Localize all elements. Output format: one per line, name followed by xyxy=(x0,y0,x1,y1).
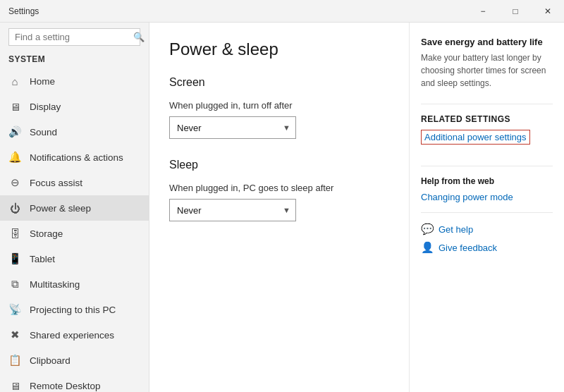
sleep-section: Sleep When plugged in, PC goes to sleep … xyxy=(169,159,389,221)
sidebar-item-label: Focus assist xyxy=(30,178,82,188)
sound-icon: 🔊 xyxy=(8,125,21,138)
app-layout: 🔍 System ⌂ Home 🖥 Display 🔊 Sound 🔔 Noti… xyxy=(0,23,564,392)
tip-title: Save energy and battery life xyxy=(421,37,553,47)
search-box[interactable]: 🔍 xyxy=(8,28,140,46)
sidebar-item-label: Clipboard xyxy=(30,355,70,366)
additional-power-settings-link[interactable]: Additional power settings xyxy=(421,130,530,145)
multitasking-icon: ⧉ xyxy=(8,278,21,290)
page-title: Power & sleep xyxy=(169,39,389,59)
sidebar-item-label: Shared experiences xyxy=(30,330,114,341)
titlebar-title: Settings xyxy=(8,6,39,16)
power-icon: ⏻ xyxy=(8,202,21,214)
get-help-link[interactable]: Get help xyxy=(439,224,473,235)
sidebar: 🔍 System ⌂ Home 🖥 Display 🔊 Sound 🔔 Noti… xyxy=(0,23,149,392)
sidebar-item-label: Projecting to this PC xyxy=(30,305,116,315)
search-input[interactable] xyxy=(15,32,133,42)
feedback-row[interactable]: 👤 Give feedback xyxy=(421,241,553,254)
focus-icon: ⊖ xyxy=(8,176,21,189)
get-help-icon: 💬 xyxy=(421,223,434,235)
help-title: Help from the web xyxy=(421,176,553,186)
screen-select[interactable]: Never 1 minute 2 minutes 5 minutes 10 mi… xyxy=(169,116,296,139)
get-help-row[interactable]: 💬 Get help xyxy=(421,223,553,235)
right-panel: Save energy and battery life Make your b… xyxy=(409,23,564,392)
sidebar-item-label: Power & sleep xyxy=(30,203,91,214)
display-icon: 🖥 xyxy=(8,100,21,113)
close-button[interactable]: ✕ xyxy=(532,0,564,23)
clipboard-icon: 📋 xyxy=(8,354,21,367)
sidebar-item-multitasking[interactable]: ⧉ Multitasking xyxy=(0,271,149,297)
feedback-link[interactable]: Give feedback xyxy=(439,243,497,253)
sidebar-item-power[interactable]: ⏻ Power & sleep xyxy=(0,195,149,221)
tip-text: Make your battery last longer by choosin… xyxy=(421,51,553,90)
search-icon: 🔍 xyxy=(133,32,145,42)
tablet-icon: 📱 xyxy=(8,252,21,265)
sidebar-item-label: Sound xyxy=(30,127,57,137)
minimize-button[interactable]: − xyxy=(467,0,499,23)
divider-1 xyxy=(421,104,553,104)
remote-icon: 🖥 xyxy=(8,379,21,392)
sidebar-item-label: Tablet xyxy=(30,254,55,264)
sidebar-item-projecting[interactable]: 📡 Projecting to this PC xyxy=(0,297,149,322)
sidebar-item-label: Multitasking xyxy=(30,279,80,290)
content-area: Power & sleep Screen When plugged in, tu… xyxy=(149,23,409,392)
projecting-icon: 📡 xyxy=(8,303,21,316)
sidebar-item-sound[interactable]: 🔊 Sound xyxy=(0,119,149,145)
sidebar-item-display[interactable]: 🖥 Display xyxy=(0,94,149,119)
sidebar-item-tablet[interactable]: 📱 Tablet xyxy=(0,246,149,271)
screen-section: Screen When plugged in, turn off after N… xyxy=(169,76,389,139)
shared-icon: ✖ xyxy=(8,329,21,341)
sidebar-item-label: Home xyxy=(30,76,55,87)
sidebar-item-label: Notifications & actions xyxy=(30,152,123,163)
titlebar-controls: − □ ✕ xyxy=(467,0,564,22)
sleep-field-label: When plugged in, PC goes to sleep after xyxy=(169,183,389,193)
sidebar-item-clipboard[interactable]: 📋 Clipboard xyxy=(0,348,149,373)
sidebar-item-focus[interactable]: ⊖ Focus assist xyxy=(0,170,149,195)
sidebar-item-label: Display xyxy=(30,102,61,112)
notifications-icon: 🔔 xyxy=(8,151,21,164)
related-settings-title: Related settings xyxy=(421,114,553,124)
maximize-button[interactable]: □ xyxy=(499,0,532,23)
sidebar-item-label: Storage xyxy=(30,228,63,239)
sidebar-item-label: Remote Desktop xyxy=(30,381,101,391)
titlebar: Settings − □ ✕ xyxy=(0,0,564,23)
system-label: System xyxy=(0,51,149,68)
changing-power-mode-link[interactable]: Changing power mode xyxy=(421,192,553,202)
screen-field-label: When plugged in, turn off after xyxy=(169,100,389,111)
sidebar-item-remote[interactable]: 🖥 Remote Desktop xyxy=(0,373,149,392)
feedback-icon: 👤 xyxy=(421,241,434,254)
sidebar-item-notifications[interactable]: 🔔 Notifications & actions xyxy=(0,145,149,170)
sidebar-item-home[interactable]: ⌂ Home xyxy=(0,68,149,94)
main-area: Power & sleep Screen When plugged in, tu… xyxy=(149,23,564,392)
divider-2 xyxy=(421,166,553,166)
sleep-section-title: Sleep xyxy=(169,159,389,171)
sleep-select-wrapper[interactable]: Never 1 minute 2 minutes 5 minutes 10 mi… xyxy=(169,199,296,221)
screen-section-title: Screen xyxy=(169,76,389,89)
divider-3 xyxy=(421,212,553,213)
sleep-select[interactable]: Never 1 minute 2 minutes 5 minutes 10 mi… xyxy=(169,199,296,221)
storage-icon: 🗄 xyxy=(8,227,21,240)
home-icon: ⌂ xyxy=(8,75,21,87)
sidebar-item-storage[interactable]: 🗄 Storage xyxy=(0,221,149,246)
screen-select-wrapper[interactable]: Never 1 minute 2 minutes 5 minutes 10 mi… xyxy=(169,116,296,139)
sidebar-item-shared[interactable]: ✖ Shared experiences xyxy=(0,322,149,348)
